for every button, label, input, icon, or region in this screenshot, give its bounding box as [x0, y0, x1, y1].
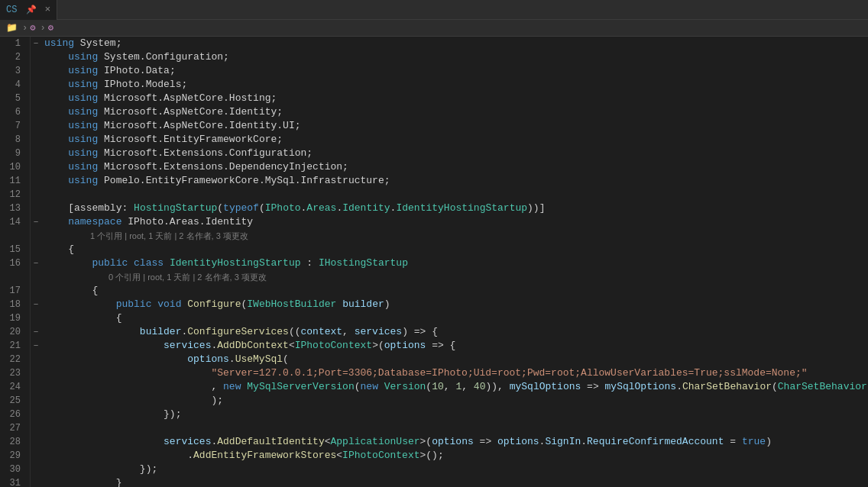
- fold-marker: [31, 50, 41, 64]
- line-number: 31: [6, 476, 21, 487]
- code-area[interactable]: using System; using System.Configuration…: [41, 37, 868, 487]
- code-line[interactable]: using Pomelo.EntityFrameworkCore.MySql.I…: [44, 174, 868, 188]
- breadcrumb-sep-2: ›: [40, 23, 45, 34]
- code-line[interactable]: using Microsoft.AspNetCore.Hosting;: [44, 92, 868, 105]
- code-line[interactable]: .AddEntityFrameworkStores<IPhotoContext>…: [44, 449, 868, 463]
- fold-marker: [31, 353, 41, 366]
- fold-marker: [31, 133, 41, 147]
- codelens-hint[interactable]: 0 个引用 | root, 1 天前 | 2 名作者, 3 项更改: [44, 270, 868, 284]
- code-line[interactable]: }: [44, 476, 868, 487]
- method-icon: ⚙: [48, 22, 53, 34]
- line-number: 23: [6, 366, 21, 380]
- code-line[interactable]: );: [44, 394, 868, 408]
- code-line[interactable]: {: [44, 243, 868, 256]
- code-line[interactable]: });: [44, 408, 868, 421]
- fold-marker: [31, 476, 41, 487]
- fold-marker-codelens: [31, 229, 41, 243]
- code-line[interactable]: {: [44, 311, 868, 325]
- code-line[interactable]: [assembly: HostingStartup(typeof(IPhoto.…: [44, 202, 868, 215]
- line-number: 3: [6, 64, 21, 78]
- fold-marker: [31, 408, 41, 421]
- fold-marker: [31, 160, 41, 174]
- code-line[interactable]: using Microsoft.Extensions.Configuration…: [44, 147, 868, 160]
- line-number: 5: [6, 92, 21, 105]
- code-line[interactable]: using IPhoto.Models;: [44, 78, 868, 92]
- line-number: 26: [6, 408, 21, 421]
- line-number: 10: [6, 160, 21, 174]
- fold-marker: [31, 380, 41, 394]
- breadcrumb-sep-1: ›: [22, 23, 28, 34]
- close-icon[interactable]: ×: [44, 4, 50, 15]
- code-line[interactable]: using Microsoft.Extensions.DependencyInj…: [44, 160, 868, 174]
- fold-marker: [31, 78, 41, 92]
- fold-marker: [31, 105, 41, 119]
- code-line[interactable]: services.AddDefaultIdentity<ApplicationU…: [44, 435, 868, 449]
- fold-marker[interactable]: −: [31, 256, 41, 270]
- line-number: 17: [6, 284, 21, 298]
- code-line[interactable]: "Server=127.0.0.1;Port=3306;Database=IPh…: [44, 366, 868, 380]
- fold-marker: [31, 243, 41, 256]
- tab-bar: CS 📌 ×: [0, 0, 868, 20]
- fold-marker: [31, 188, 41, 202]
- line-number: 6: [6, 105, 21, 119]
- fold-marker: [31, 64, 41, 78]
- code-line[interactable]: options.UseMySql(: [44, 353, 868, 366]
- fold-column: −−−−−−: [31, 37, 41, 487]
- code-line[interactable]: namespace IPhoto.Areas.Identity: [44, 215, 868, 229]
- fold-marker: [31, 449, 41, 463]
- fold-marker[interactable]: −: [31, 215, 41, 229]
- fold-marker: [31, 421, 41, 435]
- fold-marker[interactable]: −: [31, 339, 41, 353]
- line-number: 18: [6, 298, 21, 311]
- line-number: 25: [6, 394, 21, 408]
- breadcrumb-bar: 📁 › ⚙ › ⚙: [0, 20, 868, 37]
- fold-marker: [31, 147, 41, 160]
- fold-marker[interactable]: −: [31, 298, 41, 311]
- line-number: 21: [6, 339, 21, 353]
- line-number: 15: [6, 243, 21, 256]
- fold-marker: [31, 119, 41, 133]
- code-line[interactable]: using Microsoft.AspNetCore.Identity;: [44, 105, 868, 119]
- code-line[interactable]: [44, 188, 868, 202]
- line-number: 8: [6, 133, 21, 147]
- code-line[interactable]: });: [44, 463, 868, 476]
- line-number: 4: [6, 78, 21, 92]
- line-number: 9: [6, 147, 21, 160]
- codelens-hint[interactable]: 1 个引用 | root, 1 天前 | 2 名作者, 3 项更改: [44, 229, 868, 243]
- code-line[interactable]: {: [44, 284, 868, 298]
- fold-marker[interactable]: −: [31, 325, 41, 339]
- pin-icon[interactable]: 📌: [26, 5, 37, 15]
- line-number: 14: [6, 215, 21, 229]
- project-icon: 📁: [6, 22, 18, 34]
- code-line[interactable]: , new MySqlServerVersion(new Version(10,…: [44, 380, 868, 394]
- file-tab[interactable]: CS 📌 ×: [0, 0, 57, 20]
- code-line[interactable]: public void Configure(IWebHostBuilder bu…: [44, 298, 868, 311]
- line-number: 29: [6, 449, 21, 463]
- code-line[interactable]: builder.ConfigureServices((context, serv…: [44, 325, 868, 339]
- line-number: 7: [6, 119, 21, 133]
- fold-marker: [31, 366, 41, 380]
- code-line[interactable]: using System.Configuration;: [44, 50, 868, 64]
- code-line[interactable]: [44, 421, 868, 435]
- fold-marker[interactable]: −: [31, 37, 41, 50]
- line-number: 30: [6, 463, 21, 476]
- fold-marker: [31, 394, 41, 408]
- fold-marker: [31, 463, 41, 476]
- code-line[interactable]: using Microsoft.EntityFrameworkCore;: [44, 133, 868, 147]
- line-numbers: 1234567891011121314151617181920212223242…: [0, 37, 31, 487]
- line-number: 19: [6, 311, 21, 325]
- fold-marker: [31, 435, 41, 449]
- code-line[interactable]: services.AddDbContext<IPhotoContext>(opt…: [44, 339, 868, 353]
- code-line[interactable]: using System;: [44, 37, 868, 50]
- line-number: 27: [6, 421, 21, 435]
- code-line[interactable]: using IPhoto.Data;: [44, 64, 868, 78]
- fold-marker: [31, 92, 41, 105]
- code-line[interactable]: using Microsoft.AspNetCore.Identity.UI;: [44, 119, 868, 133]
- line-number: 12: [6, 188, 21, 202]
- fold-marker-codelens: [31, 270, 41, 284]
- line-number: 16: [6, 256, 21, 270]
- line-number: 13: [6, 202, 21, 215]
- line-number: 24: [6, 380, 21, 394]
- code-line[interactable]: public class IdentityHostingStartup : IH…: [44, 256, 868, 270]
- nav-icon: ⚙: [30, 22, 35, 34]
